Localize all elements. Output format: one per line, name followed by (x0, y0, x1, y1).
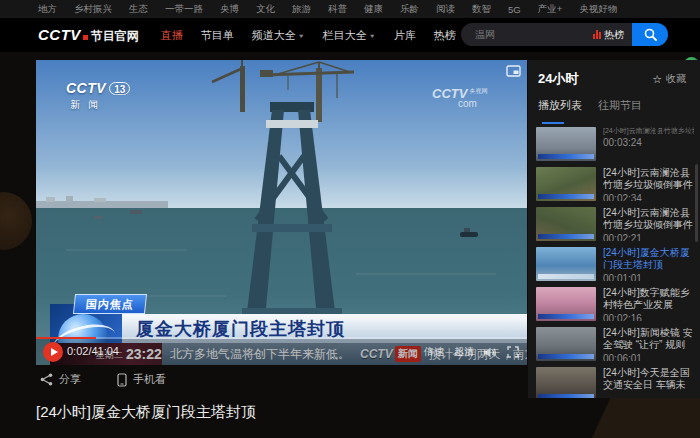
nav-library[interactable]: 片库 (394, 28, 416, 43)
speed-button[interactable]: 倍速 (424, 345, 444, 359)
playlist-panel: 24小时 ☆ 收藏 播放列表 往期节目 [24小时]云南澜沧县竹塘乡垃圾倾倒事件… (528, 60, 700, 398)
utility-link-travel[interactable]: 旅游 (292, 3, 311, 16)
volume-button[interactable] (484, 347, 497, 358)
scrollbar[interactable] (695, 164, 698, 242)
time-display: 0:02/41:04 (67, 345, 119, 357)
hot-search-button[interactable]: 热榜 (593, 23, 632, 46)
search-button[interactable] (632, 23, 668, 46)
nav-programs[interactable]: 栏目大全▼ (323, 28, 376, 43)
share-icon (40, 373, 53, 386)
utility-link-5g[interactable]: 5G (508, 4, 521, 15)
favorite-button[interactable]: ☆ 收藏 (652, 72, 686, 86)
utility-link-eco[interactable]: 生态 (129, 3, 148, 16)
utility-link-beltroad[interactable]: 一带一路 (165, 3, 203, 16)
left-edge-decoration (0, 192, 32, 250)
cctv-logo-suffix: 节目官网 (91, 28, 139, 45)
search-area: 热榜 (461, 23, 668, 46)
list-item[interactable]: [24小时]云南澜沧县竹塘乡垃圾倾倒事件00:03:24 (528, 124, 700, 164)
list-item[interactable]: [24小时]云南澜沧县竹塘乡垃圾倾倒事件00:02:34 (528, 164, 700, 204)
playlist-tabs: 播放列表 往期节目 (528, 98, 700, 124)
quality-button[interactable]: 超清 (454, 345, 474, 359)
fullscreen-icon (507, 346, 519, 358)
channel-logo-cctv13: CCTV 13 新闻 (66, 80, 130, 112)
fullscreen-button[interactable] (507, 346, 519, 358)
hot-bars-icon (593, 30, 601, 39)
cctv-logo[interactable]: CCTV 节目官网 (38, 26, 139, 45)
tab-playlist[interactable]: 播放列表 (538, 98, 582, 124)
player-control-bar: 0:02/41:04 倍速 超清 (36, 339, 527, 365)
utility-link-health[interactable]: 健康 (364, 3, 383, 16)
video-thumbnail (536, 367, 596, 398)
nav-hotlist[interactable]: 热榜 (434, 28, 456, 43)
chevron-down-icon: ▼ (369, 32, 376, 38)
video-thumbnail (536, 247, 596, 281)
list-item[interactable]: [24小时]今天是全国交通安全日 车辆未按 (528, 364, 700, 398)
video-player[interactable]: CCTV 13 新闻 CCTV 央视网 com 国内焦点 厦金大桥厦门段主塔封顶 (36, 60, 527, 365)
list-item[interactable]: [24小时]云南澜沧县竹塘乡垃圾倾倒事件00:02:21 (528, 204, 700, 244)
nav-live[interactable]: 直播 (161, 28, 183, 43)
list-item-current[interactable]: [24小时]厦金大桥厦门段主塔封顶00:01:01 (528, 244, 700, 284)
list-item[interactable]: [24小时]数字赋能乡村特色产业发展00:02:16 (528, 284, 700, 324)
nav-schedule[interactable]: 节目单 (201, 28, 234, 43)
utility-link-digital[interactable]: 数智 (472, 3, 491, 16)
main-nav: CCTV 节目官网 直播 节目单 频道大全▼ 栏目大全▼ 片库 热榜 看点▼ 主… (0, 18, 700, 52)
page: 地方 乡村振兴 生态 一带一路 央博 文化 旅游 科普 健康 乐龄 阅读 数智 … (0, 0, 700, 438)
video-thumbnail (536, 167, 596, 201)
list-item[interactable]: [24小时]新闻棱镜 安全驾驶 “让行” 规则00:06:01 (528, 324, 700, 364)
play-button[interactable] (43, 342, 63, 362)
video-thumbnail (536, 207, 596, 241)
utility-link-goods[interactable]: 央视好物 (579, 3, 617, 16)
page-title: [24小时]厦金大桥厦门段主塔封顶 (36, 403, 256, 422)
speaker-icon (484, 347, 497, 358)
pip-icon[interactable] (506, 65, 521, 77)
mobile-view-button[interactable]: 手机看 (117, 372, 166, 387)
play-icon (51, 348, 58, 356)
video-actions: 分享 手机看 (40, 372, 166, 387)
utility-link-yangbo[interactable]: 央博 (220, 3, 239, 16)
utility-link-senior[interactable]: 乐龄 (400, 3, 419, 16)
phone-icon (117, 373, 127, 387)
cctv-logo-dot (83, 35, 88, 40)
tab-past-episodes[interactable]: 往期节目 (598, 98, 642, 124)
chevron-down-icon: ▼ (298, 32, 305, 38)
share-button[interactable]: 分享 (40, 372, 81, 387)
utility-link-culture[interactable]: 文化 (256, 3, 275, 16)
cctv-com-watermark: CCTV 央视网 com (432, 86, 487, 109)
utility-link-rural[interactable]: 乡村振兴 (74, 3, 112, 16)
nav-channels[interactable]: 频道大全▼ (252, 28, 305, 43)
video-thumbnail (536, 127, 596, 161)
playlist: [24小时]云南澜沧县竹塘乡垃圾倾倒事件00:03:24 [24小时]云南澜沧县… (528, 124, 700, 398)
video-thumbnail (536, 327, 596, 361)
news-badge: 国内焦点 (73, 294, 147, 314)
cctv-logo-text: CCTV (38, 26, 81, 43)
utility-link-local[interactable]: 地方 (38, 3, 57, 16)
utility-link-science[interactable]: 科普 (328, 3, 347, 16)
playlist-title: 24小时 (538, 70, 578, 88)
video-thumbnail (536, 287, 596, 321)
utility-link-reading[interactable]: 阅读 (436, 3, 455, 16)
star-icon: ☆ (652, 73, 662, 86)
utility-nav: 地方 乡村振兴 生态 一带一路 央博 文化 旅游 科普 健康 乐龄 阅读 数智 … (0, 0, 700, 18)
search-icon (644, 28, 657, 41)
search-input[interactable] (461, 23, 593, 46)
utility-link-industry[interactable]: 产业+ (538, 3, 563, 16)
